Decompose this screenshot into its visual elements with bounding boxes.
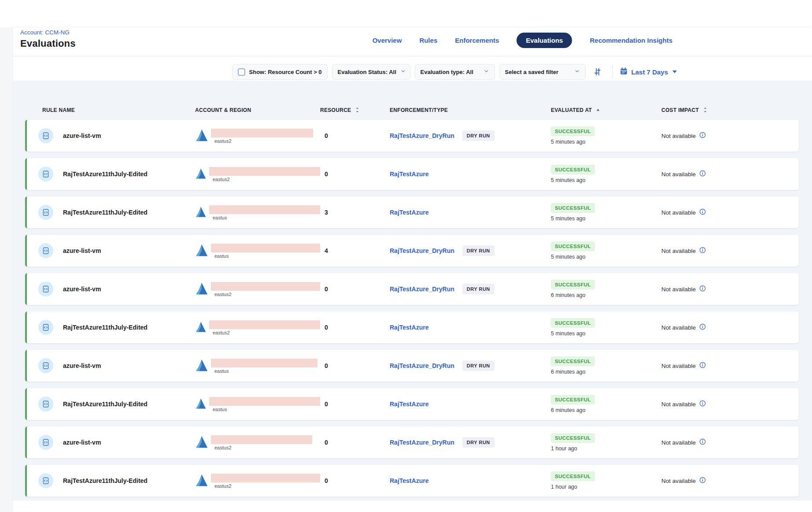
enforcement-link[interactable]: RajTestAzure: [390, 401, 428, 408]
table-row[interactable]: azure-list-vm eastus2 0 RajTestAzure_Dry…: [25, 427, 799, 458]
breadcrumb[interactable]: Account: CCM-NG: [20, 29, 70, 36]
info-icon[interactable]: [699, 131, 706, 140]
dry-run-badge: DRY RUN: [462, 284, 495, 294]
col-evaluated-at[interactable]: EVALUATED AT: [551, 107, 661, 113]
col-resource[interactable]: RESOURCE: [320, 107, 390, 113]
dry-run-badge: DRY RUN: [462, 245, 495, 256]
top-nav: Overview Rules Enforcements Evaluations …: [373, 33, 672, 48]
saved-filter-select[interactable]: Select a saved filter: [499, 64, 586, 80]
rule-name: RajTestAzure11thJuly-Edited: [63, 324, 148, 331]
nav-rules[interactable]: Rules: [419, 37, 437, 44]
azure-icon: [195, 320, 207, 334]
sort-icon[interactable]: [702, 107, 708, 113]
table-row[interactable]: azure-list-vm eastus 4 RajTestAzure_DryR…: [25, 235, 799, 267]
region-label: eastus2: [214, 292, 320, 297]
account-region-cell: eastus2: [195, 473, 320, 489]
info-icon[interactable]: [699, 400, 706, 408]
azure-icon: [195, 473, 208, 487]
evaluated-at-cell: SUCCESSFUL 6 minutes ago: [551, 280, 661, 298]
table-row[interactable]: RajTestAzure11thJuly-Edited eastus2 0 Ra…: [25, 465, 799, 497]
sort-asc-icon[interactable]: [595, 108, 601, 112]
enforcement-link[interactable]: RajTestAzure_DryRun: [390, 362, 454, 369]
cost-impact-cell: Not available: [661, 361, 799, 370]
rule-code-icon: [42, 438, 50, 446]
table-row[interactable]: RajTestAzure11thJuly-Edited eastus2 0 Ra…: [25, 312, 799, 343]
status-badge: SUCCESSFUL: [551, 280, 595, 289]
azure-icon: [195, 128, 208, 142]
rule-cell: RajTestAzure11thJuly-Edited: [27, 167, 195, 182]
table-row[interactable]: azure-list-vm eastus 0 RajTestAzure_DryR…: [25, 350, 799, 382]
status-badge: SUCCESSFUL: [551, 165, 595, 174]
nav-enforcements[interactable]: Enforcements: [455, 37, 499, 44]
info-icon[interactable]: [699, 323, 706, 332]
cost-impact-value: Not available: [661, 248, 696, 254]
enforcement-cell: RajTestAzure_DryRun DRY RUN: [390, 437, 551, 448]
enforcement-cell: RajTestAzure: [390, 324, 551, 331]
date-range-picker[interactable]: Last 7 Days: [620, 67, 677, 77]
enforcement-link[interactable]: RajTestAzure: [390, 324, 428, 331]
rule-name: RajTestAzure11thJuly-Edited: [63, 171, 148, 178]
evaluations-table: RULE NAME ACCOUNT & REGION RESOURCE ENFO…: [13, 81, 812, 501]
filter-divider: [612, 65, 613, 78]
nav-overview[interactable]: Overview: [373, 37, 402, 44]
rule-cell: RajTestAzure11thJuly-Edited: [27, 473, 195, 488]
rule-avatar: [38, 358, 53, 373]
resource-count: 4: [320, 247, 390, 254]
enforcement-link[interactable]: RajTestAzure_DryRun: [390, 247, 454, 254]
info-icon[interactable]: [699, 208, 706, 217]
caret-down-icon: [672, 70, 677, 73]
table-row[interactable]: azure-list-vm eastus2 0 RajTestAzure_Dry…: [25, 273, 799, 305]
rule-code-icon: [42, 323, 50, 331]
info-icon[interactable]: [699, 170, 706, 178]
resource-count: 0: [320, 171, 390, 178]
evaluations-page: Account: CCM-NG Evaluations Overview Rul…: [13, 27, 812, 512]
cost-impact-value: Not available: [661, 439, 696, 446]
rule-name: azure-list-vm: [63, 132, 101, 139]
region-label: eastus: [213, 407, 320, 412]
left-gutter: [0, 27, 13, 512]
redacted-account-name: [211, 474, 320, 482]
redacted-account-name: [211, 129, 313, 137]
evaluation-status-select[interactable]: Evaluation Status: All: [332, 64, 410, 80]
chevron-down-icon: [484, 68, 489, 76]
rule-avatar: [38, 282, 53, 297]
status-badge: SUCCESSFUL: [551, 471, 595, 481]
rule-avatar: [38, 397, 53, 412]
enforcement-link[interactable]: RajTestAzure_DryRun: [390, 286, 454, 293]
table-row[interactable]: RajTestAzure11thJuly-Edited eastus 0 Raj…: [25, 388, 799, 420]
enforcement-link[interactable]: RajTestAzure: [390, 171, 428, 178]
enforcement-link[interactable]: RajTestAzure_DryRun: [390, 439, 454, 446]
redacted-account-name: [209, 397, 320, 406]
region-label: eastus2: [214, 138, 313, 144]
enforcement-link[interactable]: RajTestAzure: [390, 209, 428, 216]
info-icon[interactable]: [699, 361, 706, 370]
enforcement-link[interactable]: RajTestAzure_DryRun: [390, 132, 454, 139]
table-row[interactable]: RajTestAzure11thJuly-Edited eastus 3 Raj…: [25, 197, 799, 228]
info-icon[interactable]: [699, 438, 706, 447]
resource-count-filter[interactable]: Show: Resource Count > 0: [232, 64, 328, 80]
cost-impact-value: Not available: [661, 401, 696, 408]
resource-count: 0: [320, 439, 390, 446]
resource-count-checkbox[interactable]: [238, 68, 245, 76]
evaluation-status-value: Evaluation Status: All: [338, 69, 396, 75]
table-row[interactable]: azure-list-vm eastus2 0 RajTestAzure_Dry…: [25, 120, 799, 152]
evaluated-at-cell: SUCCESSFUL 1 hour ago: [551, 471, 661, 490]
nav-evaluations-active[interactable]: Evaluations: [517, 33, 572, 48]
filter-sliders-button[interactable]: [590, 64, 605, 79]
account-region-cell: eastus2: [195, 282, 320, 297]
info-icon[interactable]: [699, 285, 706, 293]
sort-icon[interactable]: [354, 107, 360, 113]
cost-impact-value: Not available: [661, 171, 696, 178]
col-account-region: ACCOUNT & REGION: [195, 107, 320, 113]
info-icon[interactable]: [699, 246, 706, 255]
rule-avatar: [38, 205, 53, 220]
table-row[interactable]: RajTestAzure11thJuly-Edited eastus2 0 Ra…: [25, 158, 799, 190]
col-cost-impact[interactable]: COST IMPACT: [661, 107, 799, 113]
nav-recommendation-insights[interactable]: Recommendation Insights: [590, 37, 672, 44]
evaluation-type-select[interactable]: Evaluation type: All: [415, 64, 495, 80]
saved-filter-value: Select a saved filter: [505, 69, 558, 75]
rule-cell: azure-list-vm: [27, 435, 195, 450]
enforcement-link[interactable]: RajTestAzure: [390, 477, 428, 484]
redacted-account-name: [209, 205, 320, 214]
info-icon[interactable]: [699, 476, 706, 485]
